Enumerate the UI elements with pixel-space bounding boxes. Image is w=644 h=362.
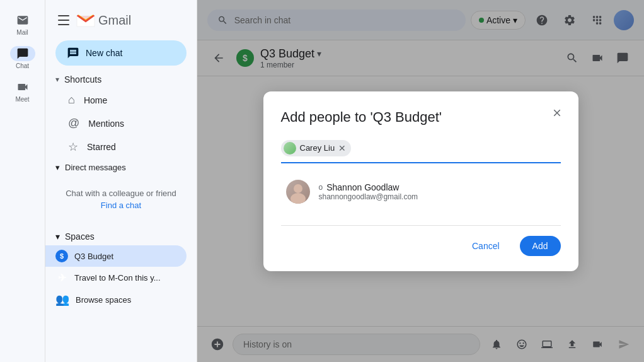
direct-messages-chevron: ▾ <box>55 163 60 172</box>
travel-name: Travel to M-Con this y... <box>74 273 161 283</box>
people-input-area[interactable]: Carey Liu ✕ <box>281 138 561 163</box>
sidebar-item-meet[interactable]: Meet <box>0 74 45 108</box>
spaces-section: ▾ Spaces $ Q3 Budget ✈ Travel to M-Con t… <box>45 223 197 316</box>
find-chat-link[interactable]: Find a chat <box>55 201 187 210</box>
sidebar-item-chat[interactable]: Chat <box>0 41 45 74</box>
gmail-text: Gmail <box>98 13 131 28</box>
home-label: Home <box>84 95 107 105</box>
chip-close-button[interactable]: ✕ <box>338 144 346 153</box>
suggestion-info: o Shannon Goodlaw shannongoodlaw@gmail.c… <box>319 182 418 201</box>
direct-messages-label: Direct messages <box>65 163 126 172</box>
new-chat-button[interactable]: New chat <box>55 40 187 66</box>
dialog-close-button[interactable] <box>546 102 568 124</box>
browse-spaces-item[interactable]: 👥 Browse spaces <box>45 288 197 311</box>
home-icon: ⌂ <box>68 93 75 107</box>
direct-messages-header[interactable]: ▾ Direct messages <box>45 159 197 176</box>
svg-point-1 <box>294 184 302 193</box>
spaces-label-text: Spaces <box>65 231 95 242</box>
mail-label: Mail <box>16 29 28 36</box>
at-icon: @ <box>68 117 79 130</box>
sidebar-top: Gmail <box>45 5 197 35</box>
shortcuts-label: Shortcuts <box>64 74 101 85</box>
dialog-title: Add people to 'Q3 Budget' <box>281 109 561 126</box>
browse-spaces-label: Browse spaces <box>76 295 131 305</box>
chat-label: Chat <box>16 62 29 69</box>
svg-point-2 <box>290 193 306 204</box>
add-button[interactable]: Add <box>520 236 561 256</box>
nav-item-home[interactable]: ⌂ Home <box>45 88 187 112</box>
dialog-footer: Cancel Add <box>281 225 561 256</box>
sidebar-item-mail[interactable]: Mail <box>0 8 45 41</box>
left-icon-bar: Mail Chat Meet <box>0 0 45 362</box>
spaces-header[interactable]: ▾ Spaces <box>45 228 197 245</box>
modal-overlay: Add people to 'Q3 Budget' Carey Liu ✕ <box>197 0 644 362</box>
people-search-input[interactable] <box>354 143 560 153</box>
carey-liu-chip: Carey Liu ✕ <box>281 140 352 156</box>
suggestion-avatar <box>286 180 310 204</box>
starred-label: Starred <box>87 142 116 152</box>
meet-icon <box>10 79 35 95</box>
main-area: Active ▾ <box>197 0 644 362</box>
mentions-label: Mentions <box>88 119 124 129</box>
suggestion-email: shannongoodlaw@gmail.com <box>319 192 418 201</box>
cancel-button[interactable]: Cancel <box>459 236 512 256</box>
suggestion-item-shannon[interactable]: o Shannon Goodlaw shannongoodlaw@gmail.c… <box>281 173 561 210</box>
shortcuts-chevron: ▾ <box>55 75 59 84</box>
chat-icon <box>10 46 35 61</box>
hamburger-menu-button[interactable] <box>55 13 71 28</box>
suggestion-name: Shannon Goodlaw <box>326 182 399 192</box>
space-item-q3budget[interactable]: $ Q3 Budget <box>45 245 187 267</box>
sidebar: Gmail New chat ▾ Shortcuts ⌂ Home @ Ment… <box>45 0 197 362</box>
star-icon: ☆ <box>68 140 78 154</box>
q3budget-name: Q3 Budget <box>74 252 113 261</box>
space-item-travel[interactable]: ✈ Travel to M-Con this y... <box>45 267 187 288</box>
chat-invite-area: Chat with a colleague or friend Find a c… <box>45 176 197 223</box>
chip-avatar <box>284 142 296 155</box>
new-chat-label: New chat <box>86 48 122 58</box>
chip-name: Carey Liu <box>300 143 335 153</box>
chat-invite-text: Chat with a colleague or friend <box>55 189 187 198</box>
mail-icon <box>10 13 35 28</box>
suggestion-status: o <box>319 183 323 192</box>
browse-spaces-icon: 👥 <box>55 293 69 307</box>
q3budget-icon: $ <box>55 250 68 262</box>
add-people-dialog: Add people to 'Q3 Budget' Carey Liu ✕ <box>263 91 578 271</box>
shortcuts-header[interactable]: ▾ Shortcuts <box>45 71 197 88</box>
nav-item-starred[interactable]: ☆ Starred <box>45 135 187 159</box>
nav-item-mentions[interactable]: @ Mentions <box>45 112 187 135</box>
meet-label: Meet <box>15 96 29 103</box>
gmail-logo: Gmail <box>76 10 131 30</box>
travel-icon: ✈ <box>55 271 68 284</box>
spaces-chevron: ▾ <box>55 231 60 242</box>
close-icon <box>551 107 563 119</box>
